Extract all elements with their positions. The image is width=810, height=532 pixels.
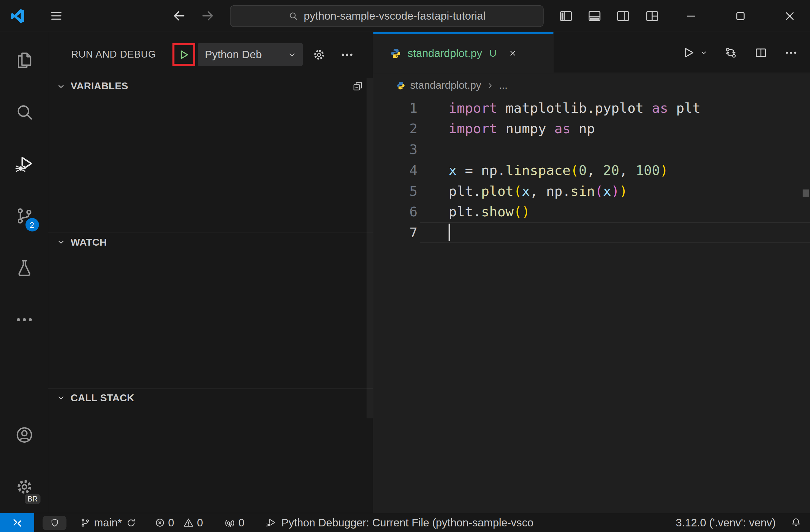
- chevron-down-icon: [57, 394, 65, 402]
- sidebar-run-and-debug: RUN AND DEBUG Python Deb: [48, 32, 373, 513]
- line-number: 5: [373, 181, 420, 201]
- layout-sidebar-right-icon: [615, 8, 631, 24]
- tab-modified-badge: U: [489, 48, 497, 59]
- section-watch[interactable]: WATCH: [48, 233, 373, 251]
- code-line[interactable]: import matplotlib.pyplot as plt: [420, 97, 810, 118]
- debug-start-play-icon: [178, 49, 189, 61]
- line-number: 6: [373, 201, 420, 222]
- chevron-down-icon: [288, 50, 296, 59]
- toggle-primary-sidebar-button[interactable]: [555, 4, 577, 27]
- activity-item-explorer[interactable]: [12, 48, 37, 72]
- activity-item-run-and-debug[interactable]: [12, 152, 37, 177]
- workspace-trust-button[interactable]: [43, 515, 67, 530]
- forward-button[interactable]: [196, 4, 219, 27]
- command-center-search[interactable]: python-sample-vscode-fastapi-tutorial: [230, 5, 544, 27]
- debug-settings-button[interactable]: [309, 44, 329, 65]
- code-line[interactable]: [420, 222, 810, 243]
- close-icon: [508, 49, 517, 57]
- toggle-panel-button[interactable]: [583, 4, 606, 27]
- maximize-button[interactable]: [728, 4, 752, 27]
- debug-icon: [265, 517, 277, 529]
- code-line[interactable]: [420, 139, 810, 160]
- title-bar: python-sample-vscode-fastapi-tutorial: [0, 0, 810, 32]
- run-python-file-button[interactable]: [679, 44, 697, 61]
- code-line[interactable]: x = np.linspace(0, 20, 100): [420, 160, 810, 181]
- debug-config-dropdown[interactable]: Python Deb: [198, 43, 303, 66]
- activity-item-more[interactable]: [12, 307, 37, 332]
- code-line[interactable]: import numpy as np: [420, 118, 810, 139]
- activity-item-source-control[interactable]: 2: [12, 204, 37, 229]
- error-count: 0: [168, 516, 174, 529]
- section-variables[interactable]: VARIABLES: [48, 77, 373, 96]
- notifications-button[interactable]: [790, 517, 802, 529]
- debug-start-button[interactable]: [174, 45, 193, 64]
- section-call-stack[interactable]: CALL STACK: [48, 388, 373, 407]
- watch-body: [48, 251, 373, 388]
- status-bar-right: 3.12.0 ('.venv': venv): [676, 513, 810, 532]
- menu-button[interactable]: [45, 4, 67, 27]
- minimize-button[interactable]: [679, 4, 703, 27]
- chevron-right-icon: [486, 81, 494, 90]
- editor[interactable]: 1234567 import matplotlib.pyplot as plti…: [373, 97, 810, 513]
- activity-bar: 2 BR: [0, 32, 48, 513]
- code-line[interactable]: plt.plot(x, np.sin(x)): [420, 181, 810, 201]
- branch-label: main*: [94, 516, 122, 529]
- arrow-right-icon: [200, 9, 215, 23]
- search-icon: [14, 102, 34, 122]
- tab-close-button[interactable]: [505, 46, 520, 61]
- collapse-all-button[interactable]: [350, 79, 366, 94]
- open-changes-button[interactable]: [722, 44, 740, 61]
- sync-icon: [126, 517, 136, 528]
- ellipsis-icon: [784, 46, 798, 60]
- back-button[interactable]: [167, 4, 190, 27]
- python-version-status[interactable]: 3.12.0 ('.venv': venv): [676, 516, 776, 529]
- section-label: CALL STACK: [71, 392, 134, 404]
- call-stack-body: [48, 407, 373, 513]
- line-number: 1: [373, 97, 420, 118]
- close-icon: [783, 9, 796, 22]
- line-number: 7: [373, 222, 420, 243]
- sidebar-scrollbar[interactable]: [367, 78, 373, 418]
- hamburger-icon: [49, 9, 63, 23]
- branch-status[interactable]: main*: [80, 513, 136, 532]
- open-changes-icon: [724, 46, 738, 60]
- split-editor-button[interactable]: [752, 44, 770, 61]
- python-icon: [396, 81, 405, 90]
- breadcrumb[interactable]: standardplot.py ...: [373, 73, 810, 97]
- close-button[interactable]: [778, 4, 802, 27]
- python-version-label: 3.12.0 ('.venv': venv): [676, 516, 776, 529]
- ellipsis-icon: [340, 48, 354, 62]
- problems-status[interactable]: 0 0: [154, 513, 203, 532]
- run-dropdown-button[interactable]: [698, 44, 709, 61]
- line-number: 2: [373, 118, 420, 139]
- code-line[interactable]: plt.show(): [420, 201, 810, 222]
- activity-item-search[interactable]: [12, 100, 37, 124]
- section-label: WATCH: [71, 236, 107, 248]
- bell-icon: [790, 517, 802, 529]
- ports-count: 0: [238, 516, 244, 529]
- sidebar-more-actions-button[interactable]: [337, 44, 357, 65]
- editor-cursor: [449, 224, 450, 241]
- code-lines[interactable]: import matplotlib.pyplot as pltimport nu…: [420, 97, 810, 513]
- activity-item-settings[interactable]: BR: [12, 475, 37, 499]
- activity-item-accounts[interactable]: [12, 422, 37, 447]
- search-icon: [288, 11, 298, 21]
- git-branch-icon: [80, 517, 90, 528]
- remote-indicator[interactable]: [0, 513, 34, 532]
- editor-more-actions-button[interactable]: [782, 44, 800, 61]
- section-label: VARIABLES: [71, 80, 128, 92]
- account-icon: [14, 425, 34, 445]
- customize-layout-button[interactable]: [641, 4, 663, 27]
- arrow-left-icon: [171, 9, 186, 23]
- editor-group: standardplot.py U: [373, 32, 810, 513]
- sidebar-title: RUN AND DEBUG: [71, 49, 156, 61]
- breadcrumb-more: ...: [499, 79, 508, 91]
- toggle-secondary-sidebar-button[interactable]: [612, 4, 634, 27]
- debug-status[interactable]: Python Debugger: Current File (python-sa…: [265, 513, 533, 532]
- activity-item-testing[interactable]: [12, 255, 37, 280]
- overview-ruler-marker: [803, 189, 809, 197]
- run-and-debug-icon: [14, 154, 35, 174]
- tab-standardplot[interactable]: standardplot.py U: [373, 32, 554, 72]
- collapse-all-icon: [352, 80, 363, 92]
- ports-status[interactable]: 0: [224, 513, 244, 532]
